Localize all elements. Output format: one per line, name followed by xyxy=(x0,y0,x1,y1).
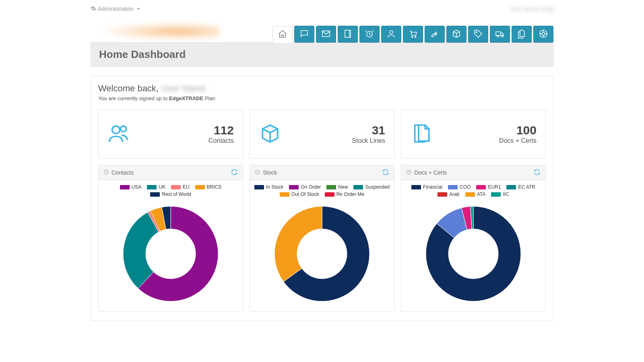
truck-icon xyxy=(495,29,505,40)
legend-swatch xyxy=(147,185,157,189)
donut-chart xyxy=(253,204,391,304)
legend-swatch xyxy=(411,185,421,189)
nav-user[interactable] xyxy=(381,26,401,43)
legend-item[interactable]: On Order xyxy=(289,184,321,190)
refresh-icon xyxy=(382,171,389,177)
administration-label: Administration xyxy=(98,6,134,12)
chart-panel-stock: StockIn StockOn OrderNewSuspendedOut Of … xyxy=(250,165,394,312)
legend-label: IIC xyxy=(503,191,509,197)
tag-icon xyxy=(473,29,483,40)
title-bar: Home Dashboard xyxy=(91,42,553,67)
refresh-button[interactable] xyxy=(382,169,389,177)
user-menu[interactable]: User Name (Org) xyxy=(510,6,553,12)
svg-point-11 xyxy=(502,35,503,37)
svg-point-18 xyxy=(112,126,120,134)
svg-point-8 xyxy=(476,31,477,33)
welcome-heading: Welcome back, User Name xyxy=(98,83,546,94)
refresh-button[interactable] xyxy=(231,169,238,177)
legend-item[interactable]: IIC xyxy=(491,191,509,197)
nav-files[interactable] xyxy=(512,26,532,43)
user-icon xyxy=(386,29,396,40)
legend-label: Re Order Me xyxy=(336,191,364,197)
legend-label: UK xyxy=(159,184,165,190)
legend-swatch xyxy=(438,192,447,197)
stat-label: Contacts xyxy=(208,137,234,144)
legend-swatch xyxy=(448,185,458,189)
nav-package[interactable] xyxy=(446,26,466,43)
legend-item[interactable]: Out Of Stock xyxy=(280,191,319,197)
legend-swatch xyxy=(280,192,289,197)
plan-prefix: You are currently signed up to xyxy=(98,95,169,101)
nav-truck[interactable] xyxy=(490,26,510,43)
book-icon xyxy=(343,29,353,40)
page-title: Home Dashboard xyxy=(99,48,545,61)
chevron-down-icon xyxy=(137,8,140,10)
donut-chart xyxy=(102,204,239,304)
legend-label: Financial xyxy=(423,184,442,190)
legend-swatch xyxy=(465,192,475,197)
nav-alarm[interactable] xyxy=(359,26,380,43)
legend-swatch xyxy=(491,192,501,197)
legend-item[interactable]: ATA xyxy=(465,191,486,197)
legend-item[interactable]: COO xyxy=(448,184,471,190)
nav-cart[interactable] xyxy=(403,26,423,43)
legend-item[interactable]: Re Order Me xyxy=(325,191,364,197)
nav-tag[interactable] xyxy=(468,26,488,43)
stat-contacts[interactable]: 112Contacts xyxy=(98,109,243,158)
user-menu-label: User Name (Org) xyxy=(510,6,553,12)
stat-value: 31 xyxy=(352,123,385,137)
chart-panel-contacts: ContactsUSAUKEUBRICSRest of World xyxy=(98,165,243,312)
legend-label: COO xyxy=(460,184,471,190)
svg-point-19 xyxy=(121,126,126,132)
help-icon xyxy=(539,29,548,40)
plan-name: EdgeXTRADE xyxy=(169,95,203,101)
legend-item[interactable]: Financial xyxy=(411,184,442,190)
legend-swatch xyxy=(254,185,264,189)
legend-item[interactable]: USA xyxy=(120,184,142,190)
legend-label: Arab xyxy=(449,191,459,197)
legend-item[interactable]: Suspended xyxy=(353,184,390,190)
legend-item[interactable]: BRICS xyxy=(195,184,222,190)
nav-book[interactable] xyxy=(338,26,358,43)
legend-label: ATA xyxy=(477,191,486,197)
stat-stock-lines[interactable]: 31Stock Lines xyxy=(250,109,394,158)
legend-item[interactable]: EUR1 xyxy=(476,184,501,190)
legend-item[interactable]: UK xyxy=(147,184,165,190)
legend-label: USA xyxy=(132,184,142,190)
refresh-icon xyxy=(231,171,238,177)
stat-docs-certs[interactable]: 100Docs + Certs xyxy=(401,109,546,158)
refresh-button[interactable] xyxy=(533,169,541,177)
svg-point-13 xyxy=(542,32,545,35)
chart-legend: USAUKEUBRICSRest of World xyxy=(102,184,239,200)
legend-label: EU xyxy=(183,184,190,190)
alarm-icon xyxy=(365,29,374,40)
nav-mail[interactable] xyxy=(316,26,336,43)
stock-icon xyxy=(259,122,281,146)
panel-title: Stock xyxy=(263,169,277,176)
nav-chat[interactable] xyxy=(294,26,314,43)
legend-item[interactable]: EC ATR xyxy=(506,184,535,190)
docs-icon xyxy=(410,122,433,146)
welcome-user-name: User Name xyxy=(161,83,206,93)
chat-icon xyxy=(299,29,309,40)
legend-swatch xyxy=(325,192,334,197)
legend-item[interactable]: Rest of World xyxy=(150,191,191,197)
chart-legend: In StockOn OrderNewSuspendedOut Of Stock… xyxy=(253,184,391,200)
legend-swatch xyxy=(326,185,336,189)
administration-menu[interactable]: Administration xyxy=(91,6,140,12)
legend-item[interactable]: EU xyxy=(171,184,190,190)
nav-help[interactable] xyxy=(533,26,553,43)
legend-item[interactable]: New xyxy=(326,184,348,190)
main-nav xyxy=(272,26,553,43)
legend-label: EC ATR xyxy=(518,184,535,190)
nav-home[interactable] xyxy=(272,26,293,43)
panel-title: Contacts xyxy=(111,169,134,176)
legend-label: Suspended xyxy=(365,184,390,190)
legend-item[interactable]: Arab xyxy=(438,191,459,197)
legend-item[interactable]: In Stock xyxy=(254,184,283,190)
chart-panel-docs-certs: Docs + CertsFinancialCOOEUR1EC ATRArabAT… xyxy=(401,165,546,312)
nav-wrench[interactable] xyxy=(425,26,445,43)
contacts-icon xyxy=(107,122,130,146)
package-icon xyxy=(452,29,461,40)
mail-icon xyxy=(321,29,331,40)
